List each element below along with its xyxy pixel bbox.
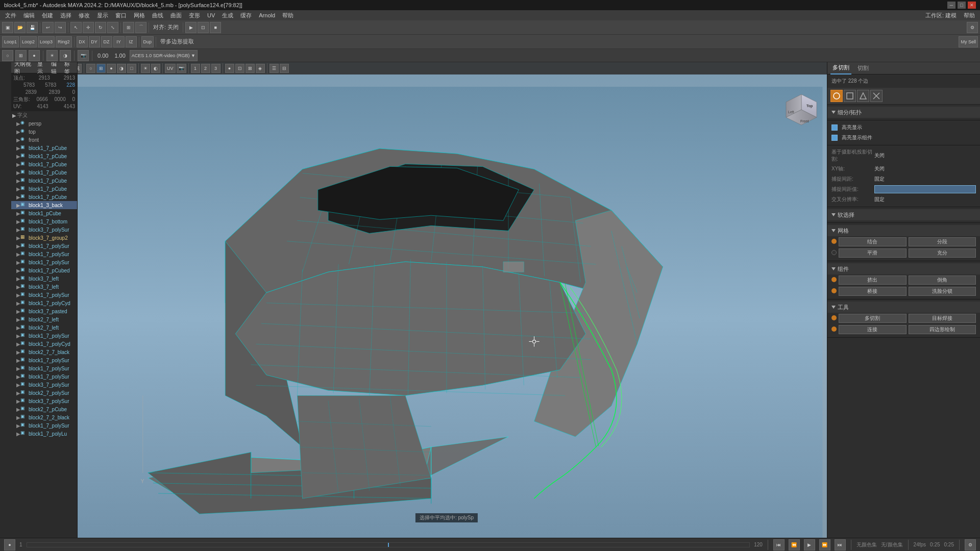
tb-ipr[interactable]: ⊡ xyxy=(198,22,209,33)
shape-icon2[interactable] xyxy=(844,90,856,102)
list-item[interactable]: ▶ 字义 xyxy=(11,111,77,119)
status-anim-settings[interactable]: ⚙ xyxy=(965,539,976,550)
vp-select2[interactable]: ⊡ xyxy=(235,64,244,73)
vp-shading-btn[interactable]: ○ xyxy=(2,50,13,61)
list-item[interactable]: ▶ ◉ persp xyxy=(11,119,77,128)
list-item[interactable]: ▶ ◉ top xyxy=(11,128,77,136)
minimize-button[interactable]: ─ xyxy=(947,2,955,9)
btn-extrude[interactable]: 挤出 xyxy=(839,276,906,285)
tb-iz[interactable]: IZ xyxy=(126,36,137,47)
list-item[interactable]: ▶ ▣ block1_7_pCube xyxy=(11,185,77,193)
viewcube[interactable]: Top Left Front xyxy=(781,92,822,133)
vp-select3[interactable]: ⊠ xyxy=(246,64,255,73)
vp-renderer-dropdown[interactable]: ACES 1.0 SDR-video (RGB) ▼ xyxy=(130,50,198,61)
list-item[interactable]: ▶ ▣ block1_7_pCube xyxy=(11,168,77,177)
btn-combine[interactable]: 结合 xyxy=(839,237,906,246)
tb-move[interactable]: ✛ xyxy=(83,22,94,33)
btn-quad-draw[interactable]: 四边形绘制 xyxy=(909,325,976,334)
list-item[interactable]: ▶ ▣ block2_7_polySur xyxy=(11,389,77,397)
list-item[interactable]: ▶ ▣ block1_7_bottom xyxy=(11,217,77,226)
list-item[interactable]: ▶ ▣ block1_7_polySur xyxy=(11,421,77,430)
menu-mesh[interactable]: 网格 xyxy=(131,10,148,20)
list-item[interactable]: ▶ ▣ block3_7_left xyxy=(11,274,77,283)
maximize-button[interactable]: □ xyxy=(958,2,966,9)
list-item[interactable]: ▶ ▣ block2_7_2_black xyxy=(11,413,77,421)
menu-create[interactable]: 创建 xyxy=(39,10,56,20)
btn-enough[interactable]: 充分 xyxy=(909,248,976,258)
menu-edit[interactable]: 编辑 xyxy=(20,10,38,20)
menu-modify[interactable]: 修改 xyxy=(76,10,93,20)
shape-icon4[interactable] xyxy=(870,90,883,102)
status-play-fwd[interactable]: ▶ xyxy=(804,539,815,550)
menu-surfaces[interactable]: 曲面 xyxy=(167,10,185,20)
menu-curves[interactable]: 曲线 xyxy=(149,10,166,20)
list-item[interactable]: ▶ ▣ block1_7_polySur xyxy=(11,332,77,340)
loop1-tab[interactable]: Loop1 xyxy=(2,36,19,47)
vp-light-btn[interactable]: ☀ xyxy=(46,50,58,61)
list-item[interactable]: ▶ ▣ block1_7_polyLu xyxy=(11,430,77,438)
close-button[interactable]: ✕ xyxy=(968,2,976,9)
checkbox-highlight-comp[interactable] xyxy=(831,135,838,141)
status-play-end[interactable]: ⏭ xyxy=(835,539,846,550)
tb-new[interactable]: ▣ xyxy=(2,22,13,33)
vp-smooth-btn[interactable]: ● xyxy=(29,50,40,61)
section-header-tools[interactable]: 工具 xyxy=(827,302,980,313)
list-item[interactable]: ▶ ▣ block2_7_pCube xyxy=(11,405,77,413)
list-item[interactable]: ▶ ▣ block1_7_polySur xyxy=(11,372,77,381)
list-item[interactable]: ▶ ▣ block1_7_polySur xyxy=(11,250,77,258)
list-item[interactable]: ▶ ▣ block3_7_polySur xyxy=(11,397,77,405)
btn-face-split[interactable]: 洗脸分锁 xyxy=(909,287,976,296)
list-item[interactable]: ▶ ◉ front xyxy=(11,136,77,144)
status-play-prev[interactable]: ⏪ xyxy=(789,539,800,550)
list-item[interactable]: ▶ ▣ block1_7_polySur xyxy=(11,356,77,364)
snap-value-input[interactable] xyxy=(874,185,976,193)
vp-shade4[interactable]: ◑ xyxy=(117,64,126,73)
status-play-back[interactable]: ⏮ xyxy=(773,539,785,550)
list-item[interactable]: ▶ ▣ block1_7_polySur xyxy=(11,364,77,372)
list-item[interactable]: ▶ ▣ block3_7_left xyxy=(11,283,77,291)
tb-stop[interactable]: ■ xyxy=(210,22,221,33)
btn-target-weld[interactable]: 目标焊接 xyxy=(909,314,976,323)
vp-light2[interactable]: ◐ xyxy=(151,64,160,73)
btn-bridge[interactable]: 桥接 xyxy=(839,287,906,296)
menu-display[interactable]: 显示 xyxy=(94,10,111,20)
tb-redo[interactable]: ↪ xyxy=(55,22,66,33)
vp-uv-btn[interactable]: UV xyxy=(165,64,176,73)
vp-select1[interactable]: ● xyxy=(225,64,234,73)
tb-settings[interactable]: ⚙ xyxy=(967,22,978,33)
section-header-subdivision[interactable]: 细分/拓扑 xyxy=(827,107,980,118)
vp-cam2[interactable]: 📷 xyxy=(177,64,186,73)
menu-deform[interactable]: 变形 xyxy=(186,10,203,20)
loop2-tab[interactable]: Loop2 xyxy=(20,36,37,47)
menu-select[interactable]: 选择 xyxy=(57,10,75,20)
vp-res1[interactable]: 1 xyxy=(191,64,200,73)
tb-snap-curve[interactable]: ⌒ xyxy=(135,22,146,33)
list-item[interactable]: ▶ ▣ block1_7_pCubed xyxy=(11,266,77,274)
tb-open[interactable]: 📂 xyxy=(14,22,26,33)
list-item[interactable]: ▶ ▣ block1_pCube xyxy=(11,209,77,217)
list-item[interactable]: ▶ ▣ block1_7_polySur xyxy=(11,242,77,250)
list-item[interactable]: ▶ ▣ block3_7_pasted xyxy=(11,307,77,315)
list-item[interactable]: ▶ ▦ block3_7_group2 xyxy=(11,234,77,242)
menu-cache[interactable]: 缓存 xyxy=(237,10,255,20)
status-select-mode[interactable]: ● xyxy=(4,539,15,550)
viewport-3d[interactable]: 透视 ○ ⊞ ● ◑ □ ☀ ◐ UV 📷 1 2 3 ● ⊡ ⊠ ◈ ☰ ⊟ xyxy=(66,62,827,538)
section-header-mesh[interactable]: 网格 xyxy=(827,225,980,236)
ring2-tab[interactable]: Ring2 xyxy=(56,36,72,47)
btn-multicut[interactable]: 多切割 xyxy=(839,314,906,323)
tb-dx[interactable]: DX xyxy=(77,36,88,47)
menu-file[interactable]: 文件 xyxy=(2,10,19,20)
rp-tab-multicut[interactable]: 多切割 xyxy=(830,62,851,74)
tb-scale[interactable]: ⤡ xyxy=(107,22,118,33)
vp-shade2[interactable]: ⊞ xyxy=(96,64,106,73)
btn-segment[interactable]: 分段 xyxy=(909,237,976,246)
vp-wire-btn[interactable]: ⊞ xyxy=(15,50,27,61)
list-item[interactable]: ▶ ▣ block1_7_polyCyd xyxy=(11,299,77,307)
btn-bevel[interactable]: 倒角 xyxy=(909,276,976,285)
menu-uv[interactable]: UV xyxy=(204,10,218,20)
list-item[interactable]: ▶ ▣ block2_7_7_black xyxy=(11,348,77,356)
tb-dy[interactable]: DY xyxy=(89,36,100,47)
list-item[interactable]: ▶ ▣ block1_7_pCube xyxy=(11,152,77,160)
btn-connect[interactable]: 连接 xyxy=(839,325,906,334)
list-item[interactable]: ▶ ▣ block1_7_polySur xyxy=(11,258,77,266)
